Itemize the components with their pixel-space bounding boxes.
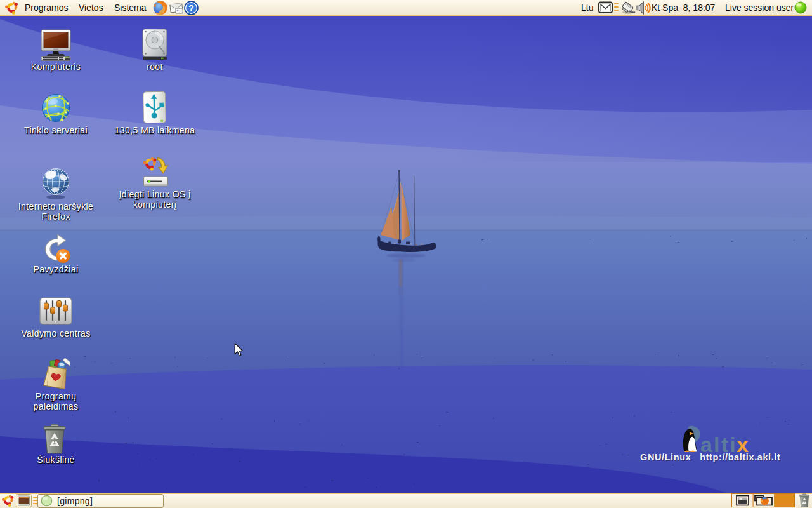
- svg-text:GNU/Linux http://baltix.akl.: GNU/Linux http://baltix.akl.lt: [640, 452, 780, 462]
- svg-text:?: ?: [188, 3, 194, 13]
